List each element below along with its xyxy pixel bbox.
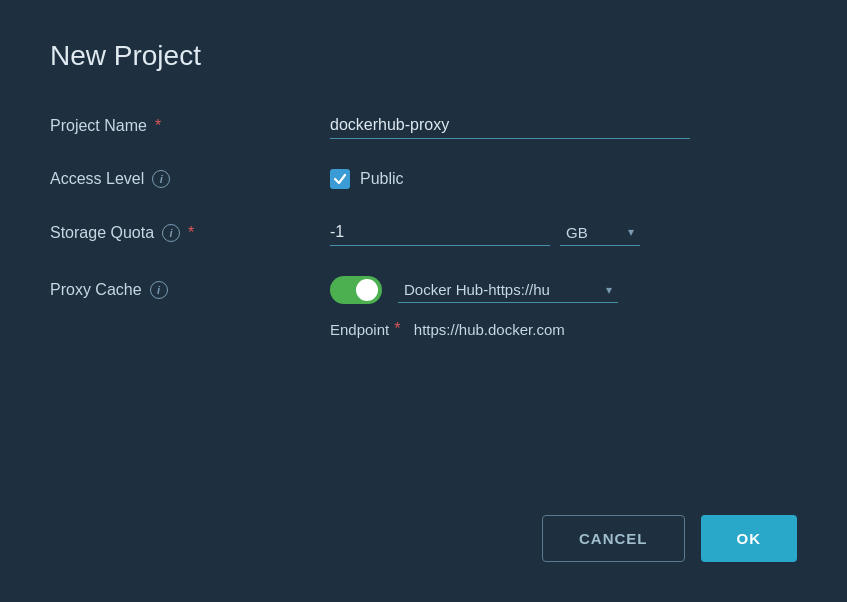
- unit-chevron-icon: ▾: [628, 225, 634, 239]
- access-level-label: Access Level i: [50, 170, 330, 188]
- project-name-control: [330, 112, 797, 139]
- dialog-footer: CANCEL OK: [50, 515, 797, 562]
- proxy-cache-control: Docker Hub-https://hu ▾: [330, 276, 618, 304]
- project-name-row: Project Name *: [50, 112, 797, 139]
- proxy-cache-label: Proxy Cache i: [50, 281, 330, 299]
- toggle-track: [330, 276, 382, 304]
- cancel-button[interactable]: CANCEL: [542, 515, 685, 562]
- storage-quota-required-star: *: [188, 224, 194, 242]
- endpoint-required-star: *: [394, 320, 400, 338]
- required-star: *: [155, 117, 161, 135]
- proxy-registry-value: Docker Hub-https://hu: [404, 281, 600, 298]
- access-level-row: Access Level i Public: [50, 169, 797, 189]
- storage-quota-info-icon[interactable]: i: [162, 224, 180, 242]
- storage-quota-control: GB ▾: [330, 219, 797, 246]
- dialog-title: New Project: [50, 40, 797, 72]
- access-level-control: Public: [330, 169, 797, 189]
- new-project-dialog: New Project Project Name * Access Level …: [0, 0, 847, 602]
- proxy-cache-info-icon[interactable]: i: [150, 281, 168, 299]
- storage-quota-row: Storage Quota i * GB ▾: [50, 219, 797, 246]
- ok-button[interactable]: OK: [701, 515, 798, 562]
- proxy-registry-select[interactable]: Docker Hub-https://hu ▾: [398, 277, 618, 303]
- project-name-label: Project Name *: [50, 117, 330, 135]
- access-level-info-icon[interactable]: i: [152, 170, 170, 188]
- project-name-input[interactable]: [330, 112, 690, 139]
- proxy-registry-chevron-icon: ▾: [606, 283, 612, 297]
- proxy-cache-group: Proxy Cache i Docker Hub-https://hu ▾: [50, 276, 797, 338]
- toggle-thumb: [356, 279, 378, 301]
- public-checkbox[interactable]: [330, 169, 350, 189]
- endpoint-row: Endpoint * https://hub.docker.com: [50, 320, 797, 338]
- storage-quota-input[interactable]: [330, 219, 550, 246]
- endpoint-label: Endpoint *: [330, 320, 400, 338]
- proxy-cache-row: Proxy Cache i Docker Hub-https://hu ▾: [50, 276, 797, 304]
- proxy-cache-toggle[interactable]: [330, 276, 382, 304]
- public-label: Public: [360, 170, 404, 188]
- endpoint-value: https://hub.docker.com: [414, 321, 565, 338]
- storage-quota-label: Storage Quota i *: [50, 224, 330, 242]
- unit-select[interactable]: GB ▾: [560, 220, 640, 246]
- form-body: Project Name * Access Level i Public: [50, 112, 797, 495]
- unit-select-value: GB: [566, 224, 588, 241]
